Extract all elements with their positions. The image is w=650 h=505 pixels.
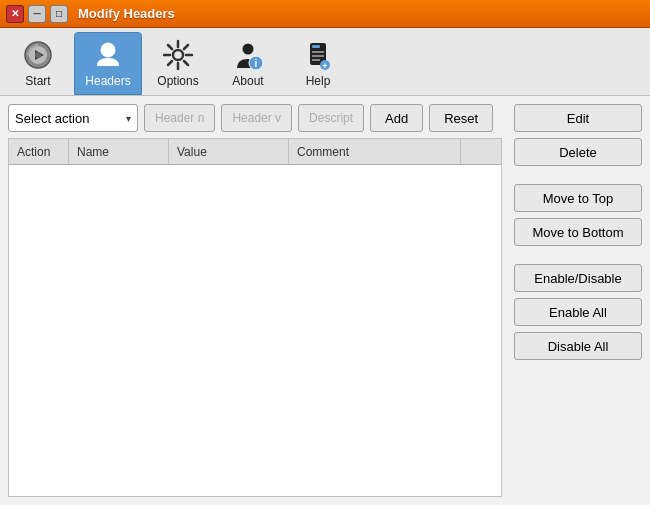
window-title: Modify Headers [78,6,175,21]
move-top-button[interactable]: Move to Top [514,184,642,212]
toolbar-btn-options[interactable]: Options [144,32,212,95]
titlebar-controls: ✕ ─ □ [6,5,68,23]
left-panel: Select action ▾ Header n Header v Descri… [0,96,510,505]
svg-line-12 [168,61,172,65]
svg-text:i: i [255,58,258,69]
svg-point-13 [243,44,254,55]
svg-text:+: + [322,61,327,71]
toolbar-btn-about[interactable]: i About [214,32,282,95]
headers-icon [92,39,124,71]
enable-disable-button[interactable]: Enable/Disable [514,264,642,292]
reset-button[interactable]: Reset [429,104,493,132]
table-header: Action Name Value Comment [9,139,501,165]
action-bar: Select action ▾ Header n Header v Descri… [8,104,502,132]
col-header-check2 [481,139,501,164]
right-panel: Edit Delete Move to Top Move to Bottom E… [510,96,650,505]
svg-line-10 [184,61,188,65]
titlebar: ✕ ─ □ Modify Headers [0,0,650,28]
spacer-2 [514,252,642,258]
start-label: Start [25,74,50,88]
table-body [9,165,501,496]
minimize-button[interactable]: ─ [28,5,46,23]
about-icon: i [232,39,264,71]
col-header-value: Value [169,139,289,164]
spacer-1 [514,172,642,178]
toolbar-btn-headers[interactable]: Headers [74,32,142,95]
maximize-button[interactable]: □ [50,5,68,23]
col-header-check1 [461,139,481,164]
main-content: Select action ▾ Header n Header v Descri… [0,96,650,505]
select-arrow-icon: ▾ [126,113,131,124]
svg-line-11 [184,45,188,49]
header-value-button[interactable]: Header v [221,104,292,132]
close-button[interactable]: ✕ [6,5,24,23]
disable-all-button[interactable]: Disable All [514,332,642,360]
start-icon [22,39,54,71]
select-action[interactable]: Select action [15,111,126,126]
help-label: Help [306,74,331,88]
toolbar-btn-start[interactable]: Start [4,32,72,95]
options-label: Options [157,74,198,88]
col-header-action: Action [9,139,69,164]
enable-all-button[interactable]: Enable All [514,298,642,326]
svg-line-9 [168,45,172,49]
select-action-wrapper[interactable]: Select action ▾ [8,104,138,132]
toolbar: Start Headers [0,28,650,96]
svg-rect-17 [312,45,320,48]
edit-button[interactable]: Edit [514,104,642,132]
help-icon: + [302,39,334,71]
delete-button[interactable]: Delete [514,138,642,166]
move-bottom-button[interactable]: Move to Bottom [514,218,642,246]
about-label: About [232,74,263,88]
col-header-name: Name [69,139,169,164]
header-name-button[interactable]: Header n [144,104,215,132]
headers-label: Headers [85,74,130,88]
col-header-comment: Comment [289,139,461,164]
headers-table: Action Name Value Comment [8,138,502,497]
svg-point-2 [35,52,41,58]
add-button[interactable]: Add [370,104,423,132]
svg-point-4 [173,50,183,60]
right-panel-container: Edit Delete Move to Top Move to Bottom E… [510,96,650,505]
svg-point-3 [101,43,115,57]
description-button[interactable]: Descript [298,104,364,132]
toolbar-btn-help[interactable]: + Help [284,32,352,95]
options-icon [162,39,194,71]
